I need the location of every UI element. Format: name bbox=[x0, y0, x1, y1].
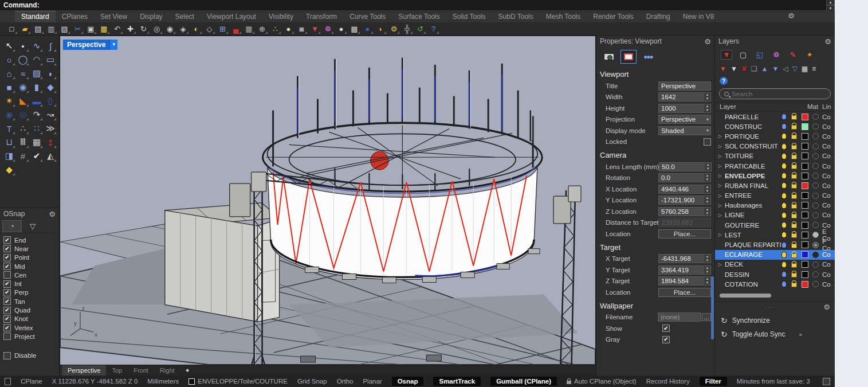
layer-name[interactable]: CONSTRUC bbox=[725, 123, 781, 130]
menu-tab-curve-tools[interactable]: Curve Tools bbox=[343, 11, 392, 22]
layer-material-icon[interactable] bbox=[812, 193, 819, 199]
number-field[interactable]: 5760.258▲▼ bbox=[658, 207, 711, 216]
layer-row[interactable]: ▷ PORTIQUE Co bbox=[715, 131, 835, 141]
move-down-icon[interactable]: ▼ bbox=[772, 65, 779, 73]
toggle-auto-sync-button[interactable]: ↻ Toggle Auto Sync » bbox=[715, 326, 835, 340]
layer-name[interactable]: DECK bbox=[725, 261, 781, 268]
place-button[interactable]: Place... bbox=[658, 288, 711, 297]
expand-arrow-icon[interactable]: ▷ bbox=[718, 262, 722, 267]
layer-linetype-value[interactable]: Co bbox=[822, 222, 835, 229]
explode-icon[interactable]: ✶ bbox=[2, 94, 16, 108]
number-field[interactable]: 3364.419▲▼ bbox=[658, 265, 711, 275]
osnap-toggle[interactable]: Osnap bbox=[392, 377, 424, 386]
layer-color-swatch[interactable] bbox=[802, 123, 808, 130]
control-point-curve-icon[interactable]: ∿ bbox=[30, 39, 44, 53]
layer-visibility-bulb-icon[interactable] bbox=[781, 242, 787, 248]
material-properties-tab[interactable]: ●●● bbox=[640, 50, 656, 64]
zoom-window-icon[interactable]: ◈ bbox=[177, 24, 189, 34]
layer-name[interactable]: LEST bbox=[725, 232, 781, 239]
layer-lock-icon[interactable] bbox=[791, 244, 797, 248]
layer-color-swatch[interactable] bbox=[802, 212, 808, 218]
layer-linetype-value[interactable]: Co bbox=[822, 114, 835, 120]
menu-tab-standard[interactable]: Standard bbox=[15, 11, 56, 22]
layer-color-swatch[interactable] bbox=[802, 192, 808, 199]
layers-gear-icon[interactable]: ⚙ bbox=[824, 38, 831, 45]
viewport-title[interactable]: Perspective bbox=[63, 40, 109, 50]
layer-name[interactable]: DESSIN bbox=[725, 271, 781, 278]
layer-linetype-value[interactable]: Co bbox=[822, 182, 835, 189]
viewport-tab-perspective[interactable]: Perspective bbox=[62, 365, 106, 376]
layer-material-icon[interactable] bbox=[812, 182, 819, 189]
rotate-view-icon[interactable]: ↻ bbox=[138, 24, 150, 34]
menu-tab-new-in-v8[interactable]: New in V8 bbox=[677, 11, 721, 22]
ortho-toggle[interactable]: Ortho bbox=[337, 378, 354, 385]
move-icon[interactable]: ▄ bbox=[230, 24, 242, 34]
viewport-canvas[interactable]: z y x Perspective ▾ bbox=[60, 36, 596, 365]
osnap-cen[interactable]: Cen bbox=[3, 271, 59, 279]
layer-row[interactable]: PLAQUE REPARTITI F Co bbox=[715, 240, 835, 249]
menu-tab-render-tools[interactable]: Render Tools bbox=[587, 11, 640, 22]
layer-color-swatch[interactable] bbox=[802, 173, 808, 179]
extrude-icon[interactable]: ⊔ bbox=[2, 135, 16, 149]
filter-icon[interactable]: ▽ bbox=[792, 65, 798, 73]
layer-name[interactable]: ECLAIRAGE bbox=[725, 251, 781, 258]
point-tool-icon[interactable]: • bbox=[16, 39, 30, 53]
cplane-icon[interactable]: ⊕ bbox=[256, 24, 268, 34]
sync-gear-icon[interactable]: ⚙ bbox=[823, 303, 830, 311]
layer-lock-icon[interactable] bbox=[791, 224, 797, 228]
checkbox[interactable]: ✔ bbox=[662, 336, 670, 343]
boolean-solids-icon[interactable]: ◭ bbox=[44, 149, 57, 163]
spinner[interactable]: ▲▼ bbox=[704, 93, 710, 101]
polygon-tool-icon[interactable]: ⌂ bbox=[2, 67, 16, 80]
layer-name[interactable]: GOUTIERE bbox=[725, 222, 781, 229]
layer-linetype-value[interactable]: Co bbox=[822, 251, 835, 258]
viewport-tab-front[interactable]: Front bbox=[128, 365, 154, 376]
layer-linetype-value[interactable]: F Co bbox=[822, 238, 835, 252]
layer-row[interactable]: CONSTRUC Co bbox=[715, 122, 835, 131]
duplicate-layer-icon[interactable]: ❏ bbox=[751, 65, 757, 73]
osnap-tan[interactable]: ✔ Tan bbox=[3, 297, 59, 306]
spinner[interactable]: ▲▼ bbox=[704, 196, 710, 204]
menu-tab-subd-tools[interactable]: SubD Tools bbox=[492, 11, 540, 22]
expand-arrow-icon[interactable]: ▷ bbox=[718, 203, 722, 208]
menu-tab-surface-tools[interactable]: Surface Tools bbox=[392, 11, 446, 22]
menu-gear-icon[interactable]: ⚙ bbox=[788, 12, 795, 19]
layer-row[interactable]: ▷ LEST E Co bbox=[715, 230, 835, 240]
fillet-arc-icon[interactable]: ↷ bbox=[30, 108, 44, 122]
layer-visibility-bulb-icon[interactable] bbox=[781, 133, 787, 139]
osnap-disable[interactable]: Disable bbox=[3, 351, 59, 360]
object-links-icon[interactable]: ╬ bbox=[401, 24, 413, 34]
layer-name[interactable]: COTATION bbox=[725, 281, 781, 288]
grid-snap-toggle[interactable]: Grid Snap bbox=[297, 378, 327, 385]
layer-material-icon[interactable] bbox=[812, 123, 819, 130]
arc-tool-icon[interactable]: ◠ bbox=[30, 53, 44, 67]
layer-lock-icon[interactable] bbox=[791, 155, 797, 159]
layer-row[interactable]: ▷ SOL CONSTRUIT Co bbox=[715, 142, 835, 151]
layer-visibility-bulb-icon[interactable] bbox=[781, 114, 787, 120]
layer-lock-icon[interactable] bbox=[791, 115, 797, 120]
osnap-point[interactable]: ✔ Point bbox=[3, 253, 59, 262]
new-layer-icon[interactable]: ▼ bbox=[720, 65, 726, 73]
sync-sphere-icon[interactable]: ↺ bbox=[414, 24, 426, 34]
menu-tab-solid-tools[interactable]: Solid Tools bbox=[446, 11, 492, 22]
layer-lock-icon[interactable] bbox=[791, 273, 797, 277]
dropdown[interactable]: Shaded▾ bbox=[658, 126, 711, 135]
array-icon[interactable]: ∷ bbox=[30, 122, 44, 135]
zoom-extents-icon[interactable]: ◇ bbox=[203, 24, 215, 34]
expand-arrow-icon[interactable]: ▷ bbox=[718, 163, 722, 169]
layer-name[interactable]: ENVELOPPE bbox=[725, 173, 781, 179]
osnap-perp[interactable]: ✔ Perp bbox=[3, 288, 59, 297]
spotlight-icon[interactable]: ◗ bbox=[375, 24, 387, 34]
menu-tab-drafting[interactable]: Drafting bbox=[640, 11, 677, 22]
viewport-title-badge[interactable]: Perspective ▾ bbox=[63, 40, 117, 50]
text-field[interactable]: Perspective bbox=[658, 81, 711, 91]
properties-gear-icon[interactable]: ⚙ bbox=[704, 38, 711, 45]
undo-icon[interactable]: ↶ bbox=[111, 24, 123, 34]
layer-color-swatch[interactable] bbox=[802, 143, 808, 150]
layer-visibility-bulb-icon[interactable] bbox=[781, 143, 787, 150]
checkbox[interactable] bbox=[3, 333, 11, 340]
snapshot-tab-icon[interactable]: ✦ bbox=[804, 50, 815, 59]
osnap-quad[interactable]: ✔ Quad bbox=[3, 306, 59, 314]
rectangle-tool-icon[interactable]: ▭ bbox=[44, 53, 57, 67]
layer-row[interactable]: ▷ Haubanages Co bbox=[715, 201, 835, 210]
